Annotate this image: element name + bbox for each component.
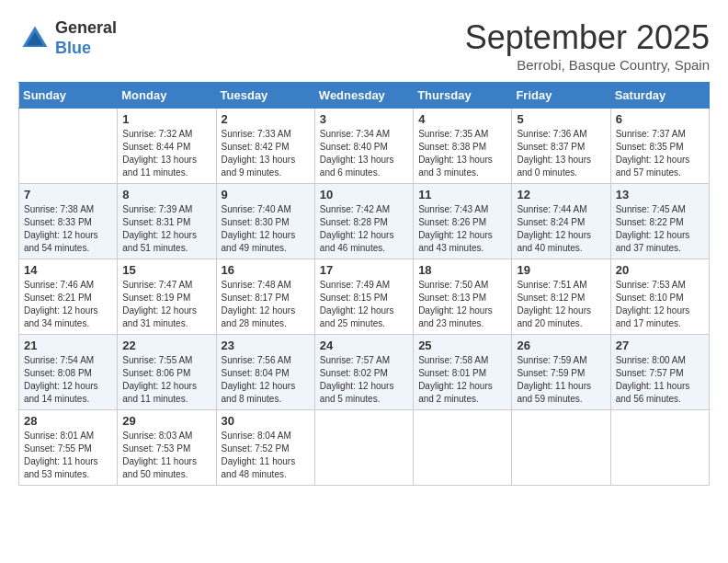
day-info: Sunrise: 7:53 AMSunset: 8:10 PMDaylight:… xyxy=(616,279,704,330)
day-number: 18 xyxy=(418,263,506,277)
calendar-cell: 24Sunrise: 7:57 AMSunset: 8:02 PMDayligh… xyxy=(314,335,413,410)
calendar-cell xyxy=(314,410,413,486)
day-info: Sunrise: 8:01 AMSunset: 7:55 PMDaylight:… xyxy=(24,430,112,481)
calendar-cell: 5Sunrise: 7:36 AMSunset: 8:37 PMDaylight… xyxy=(512,109,610,184)
calendar-cell: 26Sunrise: 7:59 AMSunset: 7:59 PMDayligh… xyxy=(512,335,610,410)
day-number: 24 xyxy=(320,339,408,352)
day-info: Sunrise: 7:39 AMSunset: 8:31 PMDaylight:… xyxy=(122,203,210,255)
header-row: SundayMondayTuesdayWednesdayThursdayFrid… xyxy=(19,83,710,109)
day-info: Sunrise: 7:47 AMSunset: 8:19 PMDaylight:… xyxy=(122,279,210,330)
calendar-cell: 6Sunrise: 7:37 AMSunset: 8:35 PMDaylight… xyxy=(610,109,709,184)
logo-icon xyxy=(18,22,51,55)
day-info: Sunrise: 7:57 AMSunset: 8:02 PMDaylight:… xyxy=(320,354,408,406)
day-number: 25 xyxy=(418,339,506,352)
day-number: 11 xyxy=(418,188,506,201)
week-row-4: 28Sunrise: 8:01 AMSunset: 7:55 PMDayligh… xyxy=(19,410,710,486)
col-header-tuesday: Tuesday xyxy=(216,83,314,109)
day-info: Sunrise: 7:56 AMSunset: 8:04 PMDaylight:… xyxy=(222,354,310,406)
day-info: Sunrise: 7:36 AMSunset: 8:37 PMDaylight:… xyxy=(517,128,605,179)
day-number: 8 xyxy=(122,188,210,201)
col-header-friday: Friday xyxy=(512,83,610,109)
day-number: 4 xyxy=(418,112,506,126)
calendar-cell: 23Sunrise: 7:56 AMSunset: 8:04 PMDayligh… xyxy=(216,335,314,410)
page-header: General Blue September 2025 Berrobi, Bas… xyxy=(18,18,710,73)
day-info: Sunrise: 7:38 AMSunset: 8:33 PMDaylight:… xyxy=(24,203,112,255)
calendar-cell: 7Sunrise: 7:38 AMSunset: 8:33 PMDaylight… xyxy=(19,184,118,259)
day-info: Sunrise: 8:00 AMSunset: 7:57 PMDaylight:… xyxy=(616,354,704,406)
calendar-cell: 1Sunrise: 7:32 AMSunset: 8:44 PMDaylight… xyxy=(118,109,216,184)
calendar-cell: 8Sunrise: 7:39 AMSunset: 8:31 PMDaylight… xyxy=(118,184,216,259)
col-header-thursday: Thursday xyxy=(414,83,512,109)
day-info: Sunrise: 7:58 AMSunset: 8:01 PMDaylight:… xyxy=(418,354,506,406)
calendar-cell: 3Sunrise: 7:34 AMSunset: 8:40 PMDaylight… xyxy=(314,109,413,184)
col-header-sunday: Sunday xyxy=(19,83,118,109)
calendar-cell: 22Sunrise: 7:55 AMSunset: 8:06 PMDayligh… xyxy=(118,335,216,410)
calendar-cell xyxy=(19,109,118,184)
day-number: 15 xyxy=(122,263,210,277)
day-info: Sunrise: 7:48 AMSunset: 8:17 PMDaylight:… xyxy=(222,279,310,330)
day-info: Sunrise: 7:34 AMSunset: 8:40 PMDaylight:… xyxy=(320,128,408,179)
day-number: 3 xyxy=(320,112,408,126)
calendar-cell: 21Sunrise: 7:54 AMSunset: 8:08 PMDayligh… xyxy=(19,335,118,410)
day-number: 20 xyxy=(616,263,704,277)
calendar-cell: 11Sunrise: 7:43 AMSunset: 8:26 PMDayligh… xyxy=(414,184,512,259)
week-row-2: 14Sunrise: 7:46 AMSunset: 8:21 PMDayligh… xyxy=(19,259,710,335)
day-number: 17 xyxy=(320,263,408,277)
day-number: 2 xyxy=(222,112,310,126)
logo-general: General xyxy=(55,18,117,39)
calendar-cell: 12Sunrise: 7:44 AMSunset: 8:24 PMDayligh… xyxy=(512,184,610,259)
day-info: Sunrise: 7:37 AMSunset: 8:35 PMDaylight:… xyxy=(616,128,704,179)
calendar-cell: 16Sunrise: 7:48 AMSunset: 8:17 PMDayligh… xyxy=(216,259,314,335)
calendar-cell: 14Sunrise: 7:46 AMSunset: 8:21 PMDayligh… xyxy=(19,259,118,335)
week-row-3: 21Sunrise: 7:54 AMSunset: 8:08 PMDayligh… xyxy=(19,335,710,410)
day-number: 27 xyxy=(616,339,704,352)
calendar-cell: 10Sunrise: 7:42 AMSunset: 8:28 PMDayligh… xyxy=(314,184,413,259)
day-number: 22 xyxy=(122,339,210,352)
day-number: 16 xyxy=(222,263,310,277)
logo-text: General Blue xyxy=(55,18,117,58)
calendar-cell: 28Sunrise: 8:01 AMSunset: 7:55 PMDayligh… xyxy=(19,410,118,486)
calendar-cell: 18Sunrise: 7:50 AMSunset: 8:13 PMDayligh… xyxy=(414,259,512,335)
logo-blue: Blue xyxy=(55,39,117,59)
day-info: Sunrise: 7:54 AMSunset: 8:08 PMDaylight:… xyxy=(24,354,112,406)
day-info: Sunrise: 7:50 AMSunset: 8:13 PMDaylight:… xyxy=(418,279,506,330)
week-row-0: 1Sunrise: 7:32 AMSunset: 8:44 PMDaylight… xyxy=(19,109,710,184)
calendar-cell: 27Sunrise: 8:00 AMSunset: 7:57 PMDayligh… xyxy=(610,335,709,410)
day-info: Sunrise: 7:44 AMSunset: 8:24 PMDaylight:… xyxy=(517,203,605,255)
logo: General Blue xyxy=(18,18,117,58)
day-info: Sunrise: 8:03 AMSunset: 7:53 PMDaylight:… xyxy=(122,430,210,481)
day-number: 21 xyxy=(24,339,112,352)
day-number: 9 xyxy=(222,188,310,201)
col-header-monday: Monday xyxy=(118,83,216,109)
day-info: Sunrise: 7:40 AMSunset: 8:30 PMDaylight:… xyxy=(222,203,310,255)
day-info: Sunrise: 8:04 AMSunset: 7:52 PMDaylight:… xyxy=(222,430,310,481)
day-info: Sunrise: 7:59 AMSunset: 7:59 PMDaylight:… xyxy=(517,354,605,406)
calendar-cell: 20Sunrise: 7:53 AMSunset: 8:10 PMDayligh… xyxy=(610,259,709,335)
day-number: 6 xyxy=(616,112,704,126)
day-number: 5 xyxy=(517,112,605,126)
day-info: Sunrise: 7:32 AMSunset: 8:44 PMDaylight:… xyxy=(122,128,210,179)
calendar-cell: 17Sunrise: 7:49 AMSunset: 8:15 PMDayligh… xyxy=(314,259,413,335)
day-number: 28 xyxy=(24,414,112,428)
day-number: 1 xyxy=(122,112,210,126)
calendar-cell xyxy=(512,410,610,486)
calendar-cell: 25Sunrise: 7:58 AMSunset: 8:01 PMDayligh… xyxy=(414,335,512,410)
calendar-cell: 15Sunrise: 7:47 AMSunset: 8:19 PMDayligh… xyxy=(118,259,216,335)
calendar-table: SundayMondayTuesdayWednesdayThursdayFrid… xyxy=(18,82,710,486)
day-number: 10 xyxy=(320,188,408,201)
calendar-cell: 2Sunrise: 7:33 AMSunset: 8:42 PMDaylight… xyxy=(216,109,314,184)
day-number: 12 xyxy=(517,188,605,201)
calendar-cell: 4Sunrise: 7:35 AMSunset: 8:38 PMDaylight… xyxy=(414,109,512,184)
col-header-saturday: Saturday xyxy=(610,83,709,109)
col-header-wednesday: Wednesday xyxy=(314,83,413,109)
calendar-cell: 29Sunrise: 8:03 AMSunset: 7:53 PMDayligh… xyxy=(118,410,216,486)
day-number: 7 xyxy=(24,188,112,201)
day-info: Sunrise: 7:51 AMSunset: 8:12 PMDaylight:… xyxy=(517,279,605,330)
day-info: Sunrise: 7:49 AMSunset: 8:15 PMDaylight:… xyxy=(320,279,408,330)
day-info: Sunrise: 7:43 AMSunset: 8:26 PMDaylight:… xyxy=(418,203,506,255)
day-info: Sunrise: 7:55 AMSunset: 8:06 PMDaylight:… xyxy=(122,354,210,406)
calendar-cell: 30Sunrise: 8:04 AMSunset: 7:52 PMDayligh… xyxy=(216,410,314,486)
day-number: 26 xyxy=(517,339,605,352)
calendar-cell xyxy=(610,410,709,486)
calendar-cell xyxy=(414,410,512,486)
